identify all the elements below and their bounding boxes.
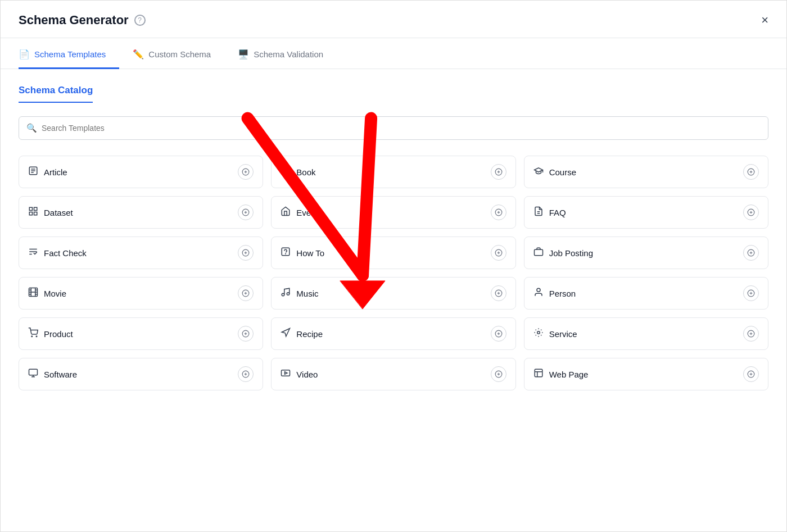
template-card-faq[interactable]: FAQ bbox=[524, 196, 768, 229]
movie-add-button[interactable] bbox=[238, 285, 254, 301]
event-add-button[interactable] bbox=[491, 204, 506, 220]
tab-custom-schema[interactable]: ✏️ Custom Schema bbox=[133, 39, 224, 69]
job-posting-label: Job Posting bbox=[549, 248, 593, 258]
article-icon bbox=[28, 166, 38, 179]
event-icon bbox=[281, 206, 291, 219]
music-icon bbox=[281, 287, 291, 300]
person-add-button[interactable] bbox=[743, 285, 759, 301]
svg-point-58 bbox=[537, 288, 540, 292]
tab-schema-templates[interactable]: 📄 Schema Templates bbox=[19, 39, 119, 69]
music-add-button[interactable] bbox=[491, 285, 506, 301]
music-label: Music bbox=[296, 289, 318, 298]
article-add-button[interactable] bbox=[238, 164, 254, 180]
svg-rect-85 bbox=[535, 369, 542, 377]
header-left: Schema Generator ? bbox=[19, 13, 146, 28]
person-label: Person bbox=[549, 289, 576, 298]
person-icon bbox=[533, 287, 544, 300]
movie-icon bbox=[28, 287, 38, 300]
schema-validation-icon: 🖥️ bbox=[238, 49, 249, 60]
book-icon bbox=[281, 166, 291, 179]
template-card-left: Article bbox=[28, 166, 67, 179]
software-label: Software bbox=[44, 370, 77, 379]
service-label: Service bbox=[549, 329, 577, 339]
recipe-icon bbox=[281, 328, 291, 340]
tab-schema-templates-label: Schema Templates bbox=[34, 49, 106, 59]
template-card-service[interactable]: Service bbox=[524, 317, 768, 350]
svg-rect-15 bbox=[29, 212, 32, 215]
dataset-add-button[interactable] bbox=[238, 204, 254, 220]
svg-rect-16 bbox=[34, 212, 37, 215]
schema-templates-icon: 📄 bbox=[19, 49, 30, 60]
how-to-label: How To bbox=[296, 248, 324, 258]
header: Schema Generator ? × bbox=[1, 1, 786, 38]
templates-grid: ArticleBookCourseDatasetEventFAQFact Che… bbox=[19, 156, 768, 390]
template-card-web-page[interactable]: Web Page bbox=[524, 358, 768, 390]
template-card-job-posting[interactable]: Job Posting bbox=[524, 237, 768, 269]
template-card-recipe[interactable]: Recipe bbox=[271, 317, 515, 350]
dataset-label: Dataset bbox=[44, 208, 73, 217]
template-card-person[interactable]: Person bbox=[524, 277, 768, 310]
faq-label: FAQ bbox=[549, 208, 566, 217]
template-card-event[interactable]: Event bbox=[271, 196, 515, 229]
svg-point-63 bbox=[36, 336, 37, 337]
fact-check-add-button[interactable] bbox=[238, 245, 254, 261]
web-page-add-button[interactable] bbox=[743, 366, 759, 382]
tab-schema-validation[interactable]: 🖥️ Schema Validation bbox=[238, 39, 337, 69]
template-card-movie[interactable]: Movie bbox=[19, 277, 263, 310]
close-button[interactable]: × bbox=[761, 14, 768, 26]
template-card-left: Music bbox=[281, 287, 318, 300]
video-icon bbox=[281, 368, 291, 381]
template-card-product[interactable]: Product bbox=[19, 317, 263, 350]
template-card-dataset[interactable]: Dataset bbox=[19, 196, 263, 229]
template-card-left: Course bbox=[533, 166, 576, 179]
template-card-how-to[interactable]: How To bbox=[271, 237, 515, 269]
svg-marker-81 bbox=[285, 371, 288, 374]
article-label: Article bbox=[44, 167, 67, 177]
web-page-label: Web Page bbox=[549, 370, 589, 379]
job-posting-add-button[interactable] bbox=[743, 245, 759, 261]
product-add-button[interactable] bbox=[238, 326, 254, 342]
template-card-music[interactable]: Music bbox=[271, 277, 515, 310]
template-card-book[interactable]: Book bbox=[271, 156, 515, 188]
catalog-heading: Schema Catalog bbox=[19, 85, 93, 103]
video-add-button[interactable] bbox=[491, 366, 506, 382]
software-add-button[interactable] bbox=[238, 366, 254, 382]
search-wrapper: 🔍 bbox=[19, 116, 768, 140]
movie-label: Movie bbox=[44, 289, 66, 298]
fact-check-icon bbox=[28, 247, 38, 260]
page-title: Schema Generator bbox=[19, 13, 129, 28]
template-card-fact-check[interactable]: Fact Check bbox=[19, 237, 263, 269]
recipe-add-button[interactable] bbox=[491, 326, 506, 342]
fact-check-label: Fact Check bbox=[44, 248, 87, 258]
svg-point-70 bbox=[537, 331, 540, 334]
product-label: Product bbox=[44, 329, 73, 339]
template-card-left: Person bbox=[533, 287, 576, 300]
help-icon[interactable]: ? bbox=[134, 15, 146, 26]
event-label: Event bbox=[296, 208, 318, 217]
template-card-software[interactable]: Software bbox=[19, 358, 263, 390]
template-card-left: Web Page bbox=[533, 368, 589, 381]
faq-add-button[interactable] bbox=[743, 204, 759, 220]
service-add-button[interactable] bbox=[743, 326, 759, 342]
svg-rect-13 bbox=[29, 207, 32, 210]
custom-schema-icon: ✏️ bbox=[133, 49, 144, 60]
template-card-left: Recipe bbox=[281, 328, 323, 340]
template-card-left: Software bbox=[28, 368, 77, 381]
svg-rect-14 bbox=[34, 207, 37, 210]
template-card-course[interactable]: Course bbox=[524, 156, 768, 188]
template-card-video[interactable]: Video bbox=[271, 358, 515, 390]
template-card-left: Video bbox=[281, 368, 318, 381]
svg-point-34 bbox=[286, 253, 286, 254]
template-card-left: Fact Check bbox=[28, 247, 87, 260]
search-input[interactable] bbox=[19, 116, 768, 140]
course-add-button[interactable] bbox=[743, 164, 759, 180]
how-to-add-button[interactable] bbox=[491, 245, 506, 261]
job-posting-icon bbox=[533, 247, 544, 260]
course-label: Course bbox=[549, 167, 576, 177]
template-card-left: Service bbox=[533, 328, 577, 340]
dataset-icon bbox=[28, 206, 38, 219]
book-add-button[interactable] bbox=[491, 164, 506, 180]
template-card-article[interactable]: Article bbox=[19, 156, 263, 188]
svg-rect-38 bbox=[534, 249, 542, 256]
svg-rect-74 bbox=[29, 369, 38, 375]
